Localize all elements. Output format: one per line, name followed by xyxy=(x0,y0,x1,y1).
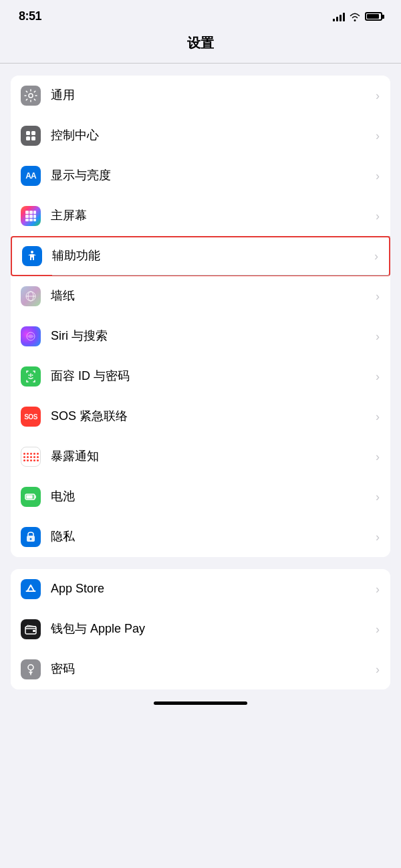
svg-rect-3 xyxy=(26,136,30,140)
faceid-icon xyxy=(21,366,41,387)
svg-point-19 xyxy=(29,374,30,376)
svg-rect-5 xyxy=(25,211,29,214)
icon-wrap-home xyxy=(11,206,51,226)
battery-icon xyxy=(365,12,382,21)
settings-item-accessibility[interactable]: 辅助功能 › xyxy=(11,236,390,276)
icon-wrap-privacy xyxy=(11,527,51,547)
icon-wrap-accessibility xyxy=(12,246,52,266)
password-icon xyxy=(21,659,41,679)
settings-item-display[interactable]: AA 显示与亮度 › xyxy=(11,156,390,196)
icon-wrap-battery xyxy=(11,487,51,507)
battery-settings-icon xyxy=(21,487,41,507)
wallet-icon xyxy=(21,619,41,639)
svg-rect-12 xyxy=(29,219,33,221)
sos-chevron: › xyxy=(376,410,380,424)
battery-chevron: › xyxy=(376,490,380,504)
svg-point-0 xyxy=(29,94,33,98)
password-chevron: › xyxy=(376,663,380,677)
general-label: 通用 xyxy=(51,88,370,103)
faceid-chevron: › xyxy=(376,370,380,384)
exposure-chevron: › xyxy=(376,450,380,464)
status-time: 8:51 xyxy=(19,9,41,23)
exposure-label: 暴露通知 xyxy=(51,449,370,464)
icon-wrap-general xyxy=(11,86,51,106)
siri-chevron: › xyxy=(376,330,380,344)
faceid-label: 面容 ID 与密码 xyxy=(51,368,370,384)
general-chevron: › xyxy=(376,89,380,103)
page-title-bar: 设置 xyxy=(0,29,401,63)
home-icon xyxy=(21,206,41,226)
svg-rect-11 xyxy=(25,219,29,221)
settings-item-password[interactable]: 密码 › xyxy=(11,649,390,689)
home-bar xyxy=(154,701,247,705)
svg-rect-10 xyxy=(33,215,36,218)
svg-point-20 xyxy=(32,374,33,376)
svg-rect-2 xyxy=(31,131,35,135)
wallet-chevron: › xyxy=(376,623,380,637)
icon-wrap-password xyxy=(11,659,51,679)
icon-wrap-faceid xyxy=(11,366,51,387)
privacy-label: 隐私 xyxy=(51,529,370,544)
status-bar: 8:51 xyxy=(0,0,401,29)
settings-item-exposure[interactable]: 暴露通知 › xyxy=(11,437,390,477)
svg-rect-9 xyxy=(29,215,33,218)
settings-section-1: 通用 › 控制中心 › AA 显示与亮度 › xyxy=(11,76,390,557)
settings-item-privacy[interactable]: 隐私 › xyxy=(11,517,390,557)
svg-rect-8 xyxy=(25,215,29,218)
accessibility-icon xyxy=(22,246,42,266)
battery-label: 电池 xyxy=(51,489,370,504)
sos-label: SOS 紧急联络 xyxy=(51,409,370,424)
settings-item-general[interactable]: 通用 › xyxy=(11,76,390,116)
control-icon xyxy=(21,126,41,146)
settings-item-home[interactable]: 主屏幕 › xyxy=(11,196,390,236)
privacy-icon xyxy=(21,527,41,547)
icon-wrap-wallet xyxy=(11,619,51,639)
signal-icon xyxy=(333,12,345,21)
control-chevron: › xyxy=(376,129,380,143)
privacy-chevron: › xyxy=(376,530,380,544)
accessibility-chevron: › xyxy=(374,249,378,263)
sos-icon: SOS xyxy=(21,407,41,427)
control-label: 控制中心 xyxy=(51,128,370,143)
password-label: 密码 xyxy=(51,661,370,677)
exposure-icon xyxy=(21,447,41,467)
accessibility-label: 辅助功能 xyxy=(52,248,369,263)
settings-item-control[interactable]: 控制中心 › xyxy=(11,116,390,156)
settings-item-battery[interactable]: 电池 › xyxy=(11,477,390,517)
siri-icon xyxy=(21,326,41,346)
appstore-chevron: › xyxy=(376,582,380,596)
icon-wrap-sos: SOS xyxy=(11,407,51,427)
display-icon: AA xyxy=(21,166,41,186)
wallet-label: 钱包与 Apple Pay xyxy=(51,621,370,637)
icon-wrap-siri xyxy=(11,326,51,346)
settings-item-appstore[interactable]: App Store › xyxy=(11,569,390,609)
siri-label: Siri 与搜索 xyxy=(51,328,370,344)
svg-rect-4 xyxy=(31,136,35,140)
settings-item-wallpaper[interactable]: 墙纸 › xyxy=(11,276,390,316)
appstore-icon xyxy=(21,579,41,599)
svg-rect-7 xyxy=(33,211,36,214)
wallpaper-label: 墙纸 xyxy=(51,288,370,304)
general-icon xyxy=(21,86,41,106)
wifi-icon xyxy=(349,12,361,21)
home-chevron: › xyxy=(376,209,380,223)
status-icons xyxy=(333,12,382,21)
wallpaper-icon xyxy=(21,286,41,306)
svg-point-14 xyxy=(31,251,33,253)
svg-rect-26 xyxy=(33,630,35,632)
svg-point-27 xyxy=(28,665,33,670)
page-title: 设置 xyxy=(187,35,214,50)
icon-wrap-control xyxy=(11,126,51,146)
appstore-label: App Store xyxy=(51,581,370,596)
settings-item-wallet[interactable]: 钱包与 Apple Pay › xyxy=(11,609,390,649)
settings-item-siri[interactable]: Siri 与搜索 › xyxy=(11,316,390,356)
settings-item-faceid[interactable]: 面容 ID 与密码 › xyxy=(11,356,390,397)
wallpaper-chevron: › xyxy=(376,290,380,304)
icon-wrap-appstore xyxy=(11,579,51,599)
home-label: 主屏幕 xyxy=(51,208,370,223)
display-label: 显示与亮度 xyxy=(51,168,370,183)
svg-rect-13 xyxy=(33,219,36,221)
settings-item-sos[interactable]: SOS SOS 紧急联络 › xyxy=(11,397,390,437)
display-chevron: › xyxy=(376,169,380,183)
svg-point-24 xyxy=(30,538,32,540)
